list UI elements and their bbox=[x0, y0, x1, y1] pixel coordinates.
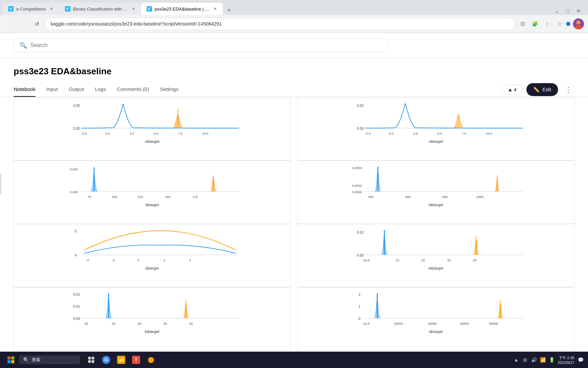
svg-text:0.02: 0.02 bbox=[73, 293, 80, 296]
taskbar-icon-4[interactable]: 🔋 bbox=[548, 356, 555, 363]
taskbar-icon-2[interactable]: 🔊 bbox=[530, 356, 537, 363]
chart-n-target: 0.05 0.00 -2.5 0.0 2.5 5.0 7.5 10.0 bbox=[14, 97, 291, 160]
tab-competitions[interactable]: K e Competitions ✕ bbox=[3, 3, 60, 15]
svg-text:35: 35 bbox=[163, 322, 167, 325]
tab-close-1[interactable]: ✕ bbox=[49, 6, 54, 12]
taskbar-search-label: 搜索 bbox=[32, 357, 40, 363]
svg-text:0.0: 0.0 bbox=[389, 132, 394, 135]
search-bar[interactable]: 🔍 bbox=[14, 39, 388, 52]
taskbar-icon-3[interactable]: 📶 bbox=[539, 356, 546, 363]
taskbar-system-icons: ▲ ⊞ 🔊 📶 🔋 bbox=[513, 356, 555, 363]
svg-text:0: 0 bbox=[137, 258, 139, 262]
tab-close-3[interactable]: ✕ bbox=[212, 6, 217, 12]
svg-text:0.05: 0.05 bbox=[73, 104, 80, 108]
svg-rect-102 bbox=[92, 360, 94, 363]
bookmark-button[interactable]: ☆ bbox=[554, 18, 565, 29]
svg-text:5.0: 5.0 bbox=[438, 132, 442, 135]
svg-text:i&target: i&target bbox=[145, 266, 159, 270]
taskbar-search-box[interactable]: 🔍 搜索 bbox=[19, 355, 80, 364]
svg-text:b&target: b&target bbox=[145, 329, 160, 334]
tab-logs[interactable]: Logs bbox=[95, 82, 106, 97]
search-input[interactable] bbox=[30, 42, 382, 48]
chart-d-target-svg: 0.0004 0.0002 0.0000 400 600 800 1000 d&… bbox=[298, 161, 574, 222]
window-maximize[interactable]: □ bbox=[564, 7, 572, 15]
charts-row-2: 0.002 0.000 75 100 125 150 175 l&target bbox=[14, 160, 574, 224]
window-minimize[interactable]: ⌄ bbox=[553, 7, 561, 15]
extensions-button[interactable]: 🧩 bbox=[529, 18, 540, 29]
tab-actions: ▲ 4 ✏️ Edit ⋮ bbox=[502, 83, 574, 96]
tab-notebook[interactable]: Notebook bbox=[14, 82, 35, 97]
svg-text:10.0: 10.0 bbox=[486, 132, 492, 135]
taskbar-browser[interactable]: G bbox=[99, 353, 113, 367]
taskbar-icon-1[interactable]: ⊞ bbox=[522, 356, 528, 363]
svg-text:-2: -2 bbox=[112, 258, 115, 262]
tab-bar: K e Competitions ✕ K Binary Classificati… bbox=[0, 0, 588, 15]
profile-avatar[interactable] bbox=[573, 18, 584, 29]
taskbar: 🔍 搜索 G 📁 T 🟠 ▲ ⊞ 🔊 📶 bbox=[0, 352, 588, 368]
edit-pencil-icon: ✏️ bbox=[533, 87, 540, 93]
svg-text:20: 20 bbox=[447, 258, 451, 262]
taskbar-clock[interactable]: 下午 2:35 2023/9/27 bbox=[558, 355, 574, 365]
taskbar-app-1[interactable] bbox=[84, 353, 98, 367]
svg-text:7.5: 7.5 bbox=[462, 132, 466, 135]
svg-text:d&target: d&target bbox=[429, 203, 444, 207]
svg-text:10: 10 bbox=[396, 258, 399, 262]
start-button[interactable] bbox=[4, 353, 18, 367]
taskbar-app-unknown2[interactable]: 🟠 bbox=[144, 353, 158, 367]
svg-text:0.05: 0.05 bbox=[357, 104, 364, 108]
side-scroll-indicator[interactable] bbox=[0, 174, 1, 194]
taskbar-apps: G 📁 T 🟠 bbox=[84, 353, 158, 367]
reload-button[interactable]: ↺ bbox=[31, 18, 42, 29]
forward-button[interactable]: → bbox=[18, 18, 29, 29]
more-options-button[interactable]: ⋮ bbox=[562, 83, 574, 96]
svg-text:25: 25 bbox=[112, 322, 116, 325]
svg-text:0.00: 0.00 bbox=[73, 317, 80, 321]
share-button[interactable]: ↑ bbox=[542, 18, 553, 29]
taskbar-search-icon: 🔍 bbox=[23, 357, 29, 363]
svg-text:n&target: n&target bbox=[145, 139, 160, 143]
svg-rect-97 bbox=[7, 360, 11, 363]
edit-button[interactable]: ✏️ Edit bbox=[526, 83, 558, 96]
tab-eda[interactable]: K pss3e23 EDA&baseline | Kag... ✕ bbox=[141, 3, 223, 15]
tab-output[interactable]: Output bbox=[69, 82, 84, 97]
address-bar[interactable]: kaggle.com/code/yunsuxiaozi/pss3e23-eda-… bbox=[45, 18, 514, 30]
tab-input[interactable]: Input bbox=[46, 82, 58, 97]
svg-text:40000: 40000 bbox=[460, 322, 469, 325]
svg-text:100: 100 bbox=[112, 195, 117, 199]
cast-button[interactable]: ⊡ bbox=[517, 18, 528, 29]
svg-text:2: 2 bbox=[359, 293, 361, 296]
window-close[interactable]: ✕ bbox=[574, 7, 583, 15]
svg-text:0.002: 0.002 bbox=[70, 167, 78, 171]
upvote-button[interactable]: ▲ 4 bbox=[502, 85, 522, 95]
chart-l-target: 0.002 0.000 75 100 125 150 175 l&target bbox=[14, 160, 291, 224]
profile-area[interactable] bbox=[566, 18, 584, 29]
svg-text:800: 800 bbox=[442, 195, 448, 199]
svg-text:7.5: 7.5 bbox=[178, 132, 182, 135]
back-button[interactable]: ← bbox=[4, 18, 15, 29]
tab-settings[interactable]: Settings bbox=[160, 82, 178, 97]
svg-text:75: 75 bbox=[88, 195, 92, 199]
svg-text:0.0004: 0.0004 bbox=[352, 166, 362, 170]
taskbar-file-explorer[interactable]: 📁 bbox=[114, 353, 128, 367]
new-tab-button[interactable]: + bbox=[224, 5, 234, 15]
tab-close-2[interactable]: ✕ bbox=[131, 6, 136, 12]
svg-text:0.0002: 0.0002 bbox=[352, 184, 362, 187]
tab-comments[interactable]: Comments (0) bbox=[117, 82, 149, 97]
svg-text:1e-5: 1e-5 bbox=[363, 322, 370, 325]
svg-text:175: 175 bbox=[192, 195, 198, 199]
svg-text:-2.5: -2.5 bbox=[365, 132, 371, 135]
svg-text:t&target: t&target bbox=[429, 329, 443, 334]
svg-text:1e-6: 1e-6 bbox=[363, 258, 370, 262]
nav-bar: ← → ↺ kaggle.com/code/yunsuxiaozi/pss3e2… bbox=[0, 15, 588, 33]
taskbar-up-arrow[interactable]: ▲ bbox=[513, 356, 520, 363]
svg-text:0.02: 0.02 bbox=[357, 231, 364, 234]
sync-indicator bbox=[566, 22, 570, 26]
svg-text:1000: 1000 bbox=[476, 195, 483, 199]
tab-binary[interactable]: K Binary Classification with a Sc... ✕ bbox=[60, 3, 141, 15]
upvote-icon: ▲ bbox=[508, 87, 512, 92]
charts-area: 0.05 0.00 -2.5 0.0 2.5 5.0 7.5 10.0 bbox=[0, 97, 588, 368]
svg-text:4: 4 bbox=[75, 254, 77, 257]
taskbar-app-unknown1[interactable]: T bbox=[129, 353, 143, 367]
taskbar-notification[interactable]: 💬 bbox=[577, 356, 584, 363]
svg-text:e&target: e&target bbox=[429, 266, 444, 270]
